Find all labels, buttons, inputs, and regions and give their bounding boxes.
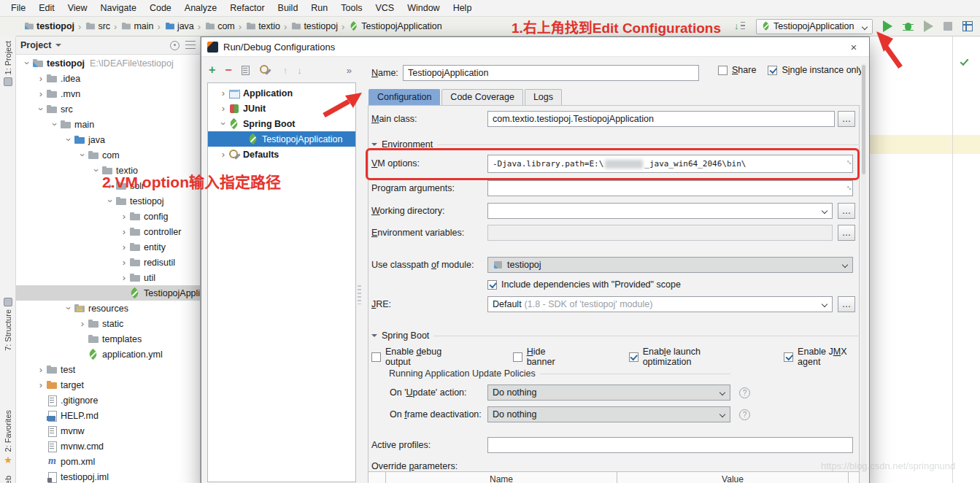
tree-item[interactable]: › testiopoj.iml <box>16 469 200 483</box>
checkbox[interactable]: Share <box>718 65 756 75</box>
chevron-icon[interactable]: › <box>105 180 115 191</box>
chevron-icon[interactable]: › <box>218 88 228 98</box>
environment-variables-browse-button[interactable]: … <box>838 225 855 241</box>
checkbox[interactable]: Enable JMX agent <box>784 347 869 367</box>
breadcrumb-item[interactable]: › textio <box>235 20 280 32</box>
config-tree-item[interactable]: › JUnit <box>208 101 355 116</box>
environment-section-header[interactable]: Environment <box>371 139 860 150</box>
active-profiles-input[interactable] <box>487 437 853 453</box>
checkbox-box[interactable] <box>718 66 728 75</box>
tree-item[interactable]: › static <box>16 316 200 331</box>
chevron-icon[interactable]: › <box>119 257 129 268</box>
chevron-icon[interactable]: › <box>91 166 102 176</box>
tab[interactable]: Logs <box>525 89 562 105</box>
tree-item[interactable]: › testiopoj <box>16 193 200 209</box>
move-up-icon[interactable]: ↑ <box>283 65 288 76</box>
chevron-icon[interactable]: › <box>77 150 88 161</box>
tree-item[interactable]: › util <box>16 270 200 285</box>
breadcrumb-item[interactable]: › testiopoj <box>280 20 338 32</box>
name-input[interactable]: TestiopojApplication <box>403 65 699 81</box>
menu-item[interactable]: Help <box>447 0 479 16</box>
sort-numeric-icon[interactable] <box>734 20 746 32</box>
spring-boot-section-header[interactable]: Spring Boot <box>371 331 860 341</box>
breadcrumb-item[interactable]: › main <box>110 20 153 32</box>
tree-item[interactable]: › TestiopojApplication <box>16 285 200 301</box>
tree-item[interactable]: › java <box>16 132 200 147</box>
menu-item[interactable]: Refactor <box>223 0 271 16</box>
copy-config-icon[interactable] <box>242 66 250 75</box>
tree-item[interactable]: › com <box>16 147 200 163</box>
tree-item[interactable]: › .idea <box>16 71 200 86</box>
config-tree-item[interactable]: › Application <box>208 85 355 101</box>
chevron-icon[interactable]: › <box>22 58 33 69</box>
settings-filter-icon[interactable] <box>185 41 196 50</box>
chevron-icon[interactable]: › <box>218 149 228 160</box>
debug-button[interactable] <box>903 21 914 32</box>
chevron-icon[interactable]: › <box>63 135 74 145</box>
tool-window-favorites[interactable]: 2: Favorites ★ <box>0 410 16 465</box>
menu-item[interactable]: Edit <box>32 0 61 16</box>
tree-item[interactable]: › HELP.md <box>16 408 200 423</box>
breadcrumb-item[interactable]: › TestiopojApplication <box>338 20 442 32</box>
menu-item[interactable]: Navigate <box>94 0 143 16</box>
locate-icon[interactable] <box>170 41 180 50</box>
tree-item[interactable]: › entity <box>16 239 200 255</box>
config-tree-item[interactable]: › Defaults <box>208 147 355 162</box>
collapse-triangle-icon[interactable] <box>371 334 377 340</box>
tab[interactable]: Code Coverage <box>441 89 523 105</box>
chevron-down-icon[interactable] <box>55 44 61 50</box>
stop-button[interactable] <box>944 22 952 31</box>
tree-item[interactable]: › config <box>16 209 200 224</box>
tree-item[interactable]: › src <box>16 101 200 117</box>
jre-browse-button[interactable]: … <box>838 296 855 312</box>
tree-item[interactable]: › pom.xml <box>16 454 200 469</box>
config-tree-item[interactable]: › TestiopojApplication <box>208 131 355 147</box>
expand-field-icon[interactable] <box>844 158 852 166</box>
chevron-icon[interactable]: › <box>50 120 61 130</box>
more-chevrons-icon[interactable]: » <box>347 65 352 76</box>
breadcrumb-item[interactable]: › com <box>194 20 235 32</box>
checkbox[interactable]: Enable launch optimization <box>629 347 747 367</box>
tree-item[interactable]: › main <box>16 117 200 132</box>
chevron-icon[interactable]: › <box>77 318 88 329</box>
tree-item[interactable]: › mvnw <box>16 423 200 438</box>
tree-item[interactable]: › mvnw.cmd <box>16 438 200 454</box>
chevron-icon[interactable]: › <box>119 226 129 237</box>
dialog-title-bar[interactable]: Run/Debug Configurations <box>201 37 869 57</box>
tool-window-web[interactable]: Web <box>0 476 16 483</box>
tree-item[interactable]: › application.yml <box>16 347 200 362</box>
tree-item[interactable]: › redisutil <box>16 255 200 270</box>
policy-combo[interactable]: Do nothing <box>487 385 730 401</box>
add-config-button[interactable]: + <box>209 64 215 76</box>
breadcrumb-item[interactable]: testiopoj <box>23 20 74 32</box>
menu-item[interactable]: Tools <box>334 0 369 16</box>
chevron-icon[interactable]: › <box>119 272 129 283</box>
vm-options-input[interactable]: -Djava.library.path=E:\_java_win64_2046\… <box>487 155 853 173</box>
menu-item[interactable]: Run <box>304 0 334 16</box>
tree-item[interactable]: › .gitignore <box>16 393 200 408</box>
run-config-select[interactable]: TestiopojApplication <box>756 19 873 34</box>
menu-item[interactable]: View <box>61 0 94 16</box>
checkbox-box[interactable] <box>371 352 381 362</box>
tree-item[interactable]: › resources <box>16 301 200 316</box>
move-down-icon[interactable]: ↓ <box>297 65 302 76</box>
menu-item[interactable]: Build <box>271 0 305 16</box>
tree-item[interactable]: › templates <box>16 331 200 347</box>
classpath-module-combo[interactable]: testiopoj <box>487 257 853 273</box>
checkbox-box[interactable] <box>513 352 522 362</box>
environment-variables-input[interactable] <box>487 225 833 241</box>
help-icon[interactable] <box>739 409 750 420</box>
include-provided-checkbox[interactable]: Include dependencies with "Provided" sco… <box>487 279 681 290</box>
chevron-icon[interactable]: › <box>36 88 46 99</box>
chevron-icon[interactable]: › <box>36 73 46 84</box>
column-header-name[interactable]: Name <box>386 472 617 483</box>
column-header-value[interactable]: Value <box>617 472 849 483</box>
breadcrumb-item[interactable]: › java <box>154 20 194 32</box>
tree-item[interactable]: › .mvn <box>16 86 200 101</box>
chevron-icon[interactable]: › <box>36 104 47 115</box>
tree-item[interactable]: › solr <box>16 178 200 193</box>
menu-item[interactable]: VCS <box>369 0 401 16</box>
coverage-button[interactable] <box>924 20 933 32</box>
checkbox[interactable]: Hide banner <box>513 347 574 367</box>
working-directory-browse-button[interactable]: … <box>838 203 855 219</box>
